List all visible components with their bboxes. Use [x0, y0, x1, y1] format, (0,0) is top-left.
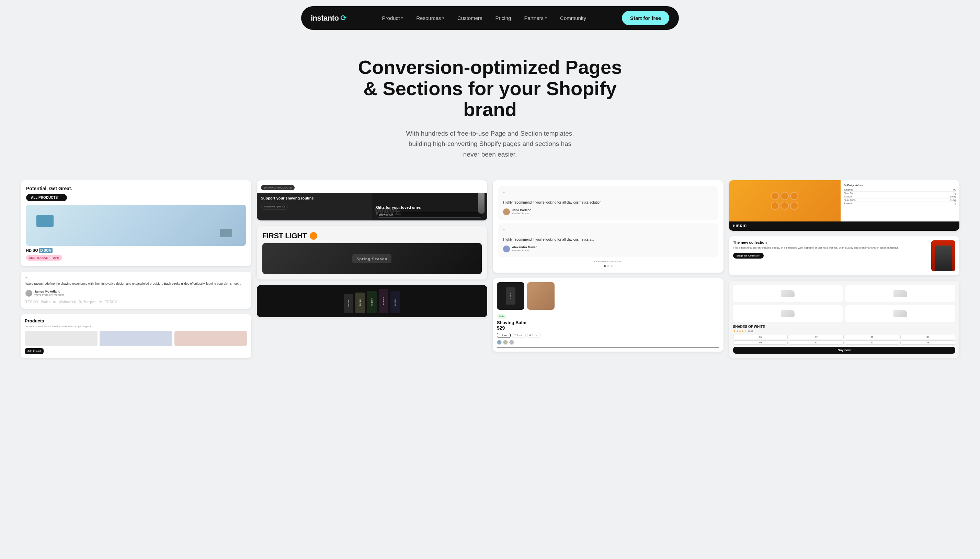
- orange-circle-sm: [780, 192, 789, 200]
- first-light-card[interactable]: FIRST LIGHT Spring Season: [257, 226, 488, 280]
- new-collection-card[interactable]: The new collection Find it right focuses…: [729, 236, 960, 275]
- product-item[interactable]: [174, 331, 247, 346]
- all-products-btn[interactable]: ALL PRODUCTS →: [26, 194, 67, 201]
- logo-tesco2: TESCC: [105, 300, 117, 304]
- wave-can: WAVE: [506, 288, 516, 304]
- products-card[interactable]: Products Lorem ipsum dolor sit amet, con…: [21, 314, 251, 358]
- hibrid-bar: HiBRiD: [729, 222, 960, 231]
- shaving-content: Support your shaving routine Available A…: [257, 193, 488, 220]
- can-1: HIBRID: [344, 294, 353, 313]
- soap-block-1: [36, 215, 54, 227]
- new-collection-left: The new collection Find it right focuses…: [733, 240, 928, 271]
- products-subtitle: Lorem ipsum dolor sit amet, consectetur …: [25, 325, 247, 328]
- orange-grid: [768, 189, 801, 213]
- logo-circle: ⊕: [53, 300, 56, 304]
- shoes-card[interactable]: SHADES OF WHITE ★★★★☆ (13) 36 37 38 39 4…: [729, 281, 960, 358]
- nav-pricing[interactable]: Pricing: [490, 12, 517, 24]
- template-col-1: Potential, Get Great. ALL PRODUCTS → ND …: [21, 180, 251, 358]
- shoe-item-3: [733, 305, 843, 322]
- nutrition-table: % Daily Values Calories90 Total Fat1g So…: [841, 180, 959, 222]
- size-40[interactable]: 40: [733, 340, 788, 345]
- testimonial-text: Wave razors redefine the shaving experie…: [25, 281, 246, 286]
- razor-icon: [478, 193, 484, 213]
- add-button[interactable]: Add to cart: [25, 348, 44, 354]
- size-38[interactable]: 38: [845, 335, 900, 339]
- add-to-cart-bar[interactable]: [497, 347, 719, 347]
- rating-count: (13): [748, 329, 753, 332]
- size-opt-3[interactable]: 4 fl. oz.: [527, 333, 541, 338]
- testimonial-1-author: Jane Carlson Verified Buyer: [503, 208, 713, 215]
- shoes-grid: [733, 285, 955, 322]
- soap-card[interactable]: Potential, Get Great. ALL PRODUCTS → ND …: [21, 180, 251, 266]
- shaving-balm-card[interactable]: WAVE Sale Shaving Balm $29 1 fl. oz. 2 f…: [493, 278, 724, 352]
- navbar: instanto ⟳ Product ▾ Resources ▾ Custome…: [301, 6, 679, 30]
- dot-active: [604, 265, 606, 267]
- size-options: 1 fl. oz. 2 fl. oz. 4 fl. oz.: [497, 333, 719, 338]
- nut-row: Calories90: [844, 188, 956, 192]
- orange-circle-sm: [780, 202, 789, 210]
- wave-text: WAVE: [375, 206, 401, 217]
- nut-row: Protein1g: [844, 202, 956, 205]
- nav-resources[interactable]: Resources ▾: [411, 12, 450, 24]
- size-opt-1[interactable]: 1 fl. oz.: [497, 333, 511, 338]
- hero-section: Conversion-optimized Pages & Sections fo…: [0, 36, 980, 174]
- chevron-icon: ▾: [442, 16, 445, 20]
- buy-now-btn[interactable]: Buy now: [733, 347, 955, 354]
- template-col-3: " Highly recommend if you're looking for…: [493, 180, 724, 358]
- testimonials-card[interactable]: " Highly recommend if you're looking for…: [493, 180, 724, 273]
- size-opt-2[interactable]: 2 fl. oz.: [512, 333, 526, 338]
- size-41[interactable]: 41: [789, 340, 844, 345]
- shaving-can-img: WAVE: [497, 282, 524, 310]
- start-for-free-button[interactable]: Start for free: [622, 11, 669, 25]
- soap-block-2: [220, 229, 232, 237]
- color-swatch[interactable]: [497, 340, 502, 345]
- dot: [607, 265, 609, 267]
- testimonial-2-text: Highly recommend if you're looking for a…: [503, 237, 713, 242]
- available-btn[interactable]: Available April 12: [261, 203, 288, 210]
- nav-customers[interactable]: Customers: [452, 12, 488, 24]
- products-grid: [25, 331, 247, 346]
- soap-label: ND SO D SOA: [26, 248, 246, 253]
- size-grid: 36 37 38 39 40 41 42 43: [733, 335, 955, 345]
- nav-community[interactable]: Community: [555, 12, 592, 24]
- logo[interactable]: instanto ⟳: [311, 14, 347, 23]
- nutrition-title: % Daily Values: [844, 184, 956, 187]
- shoe-shape: [894, 290, 907, 297]
- size-43[interactable]: 43: [900, 340, 955, 345]
- size-36[interactable]: 36: [733, 335, 788, 339]
- can-3: HIBRID: [367, 291, 377, 313]
- soap-card-title: Potential, Get Great.: [26, 186, 246, 191]
- size-37[interactable]: 37: [789, 335, 844, 339]
- shop-collection-btn[interactable]: Shop the Collection: [733, 253, 764, 258]
- color-swatch[interactable]: [509, 340, 514, 345]
- quote-icon: ": [503, 190, 713, 198]
- shoe-item-1: [733, 285, 843, 302]
- size-39[interactable]: 39: [900, 335, 955, 339]
- shaving-right: WAVE Gifts for your loved ones Browse Gi…: [372, 193, 487, 220]
- shoe-item-4: [845, 305, 955, 322]
- quote-icon-2: ": [503, 228, 713, 235]
- cans-card[interactable]: HIBRID HIBRID HIBRID HIBRID HIBRID: [257, 285, 488, 317]
- product-item[interactable]: [99, 331, 172, 346]
- shaving-tag: SHAVING PRODUCTS: [261, 185, 295, 190]
- product-item[interactable]: [25, 331, 98, 346]
- nav-product[interactable]: Product ▾: [377, 12, 409, 24]
- logo-tesco: TESCO: [25, 300, 38, 304]
- chevron-icon: ▾: [545, 16, 547, 20]
- shaving-card[interactable]: SHAVING PRODUCTS Support your shaving ro…: [257, 180, 488, 220]
- color-swatch[interactable]: [503, 340, 508, 345]
- testimonial-card[interactable]: ❝ Wave razors redefine the shaving exper…: [21, 271, 251, 309]
- nutrition-card[interactable]: % Daily Values Calories90 Total Fat1g So…: [729, 180, 960, 231]
- testimonial-2-author: Alexandra Mever Verified Buyer: [503, 245, 713, 252]
- author-info: James Mc Adland Wave Premium Member: [34, 290, 64, 296]
- rating-row: ★★★★☆ (13): [733, 329, 955, 333]
- shaving-left-title: Support your shaving routine: [261, 196, 368, 200]
- can-5: HIBRID: [390, 291, 400, 313]
- logos-row: TESCO Waitr ⊕ Walmart★ W/Harper 🖙 TESCC: [25, 300, 246, 304]
- orange-circle-sm: [790, 202, 798, 210]
- nav-partners[interactable]: Partners ▾: [519, 12, 552, 24]
- shaving-top: WAVE: [497, 282, 719, 310]
- nut-row: Total Carb.31mg: [844, 198, 956, 202]
- size-42[interactable]: 42: [845, 340, 900, 345]
- person-silhouette: [935, 245, 952, 271]
